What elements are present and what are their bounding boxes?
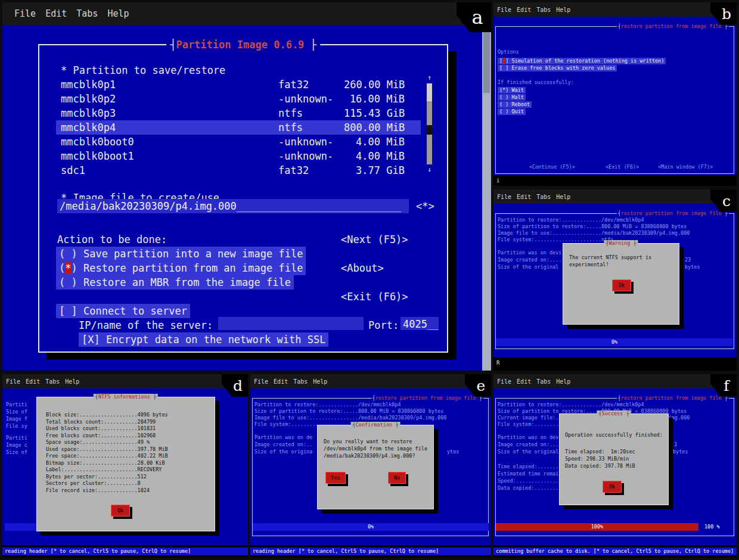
menu-item-tabs[interactable]: Tabs — [536, 7, 551, 13]
ntfs-info-line: Block size:...................4096 bytes — [46, 412, 168, 418]
checkbox-encrypt-ssl[interactable]: [X] Encrypt data on the network with SSL — [79, 332, 328, 347]
info-fragment: Image f — [6, 416, 27, 422]
finished-label: If finished successfully: — [498, 79, 574, 86]
menu-item-edit[interactable]: Edit — [274, 378, 288, 385]
scrollbar-thumb[interactable] — [427, 125, 432, 135]
info-fragment: Image c — [6, 442, 27, 449]
radio-halt[interactable]: ( ) Halt — [498, 94, 526, 101]
menu-item-help[interactable]: Help — [556, 378, 570, 385]
radio-save-partition[interactable]: ( ) Save partition into a new image file — [56, 247, 306, 261]
partition-name: mmcblk0p2 — [61, 92, 278, 106]
menu-bar: File Edit Tabs Help — [493, 374, 737, 388]
options-label: Options — [498, 49, 519, 55]
menu-item-tabs[interactable]: Tabs — [536, 378, 551, 385]
menu-bar: File Edit Tabs Help — [493, 2, 737, 17]
info-fragment: Speed:.............. — [498, 478, 558, 484]
ip-input[interactable] — [218, 317, 364, 330]
panel-f-success-window: File Edit Tabs Help restore partition fr… — [493, 374, 737, 558]
checkbox-simulation[interactable]: [ ] Simulation of the restoration (nothi… — [498, 58, 666, 64]
no-button[interactable]: No — [388, 472, 406, 484]
checkbox-erase-free-blocks[interactable]: [ ] Erase free blocks with zero values — [498, 65, 617, 71]
ntfs-info-line: Bitmap size:..................28.00 KiB — [46, 460, 165, 466]
radio-quit[interactable]: ( ) Quit — [498, 108, 526, 115]
partition-size: 3.77 GiB — [344, 163, 405, 178]
terminal-scrollbar-thumb[interactable] — [483, 27, 490, 93]
menu-item-help[interactable]: Help — [107, 8, 129, 19]
ok-button[interactable]: Ok — [612, 279, 631, 291]
radio-open: ( — [59, 262, 65, 274]
menu-item-file[interactable]: File — [497, 378, 511, 385]
ntfs-dialog-title: NTFS informations — [94, 394, 158, 400]
partition-row[interactable]: mmcblk0boot0 -unknown- 4.00 MiB — [56, 135, 421, 149]
menu-item-tabs[interactable]: Tabs — [536, 194, 551, 200]
restore-options-window: restore partition from image file — [495, 26, 734, 174]
menu-item-tabs[interactable]: Tabs — [45, 378, 60, 385]
ntfs-info-line: Used blocks count:............101831 — [46, 425, 156, 432]
menu-item-help[interactable]: Help — [313, 378, 327, 385]
info-fragment: Data copied:........ — [498, 485, 558, 491]
menu-item-edit[interactable]: Edit — [517, 378, 531, 385]
scroll-up-icon[interactable]: ↑ — [426, 74, 433, 82]
progress-bar: 100% — [496, 523, 698, 531]
menu-item-edit[interactable]: Edit — [517, 7, 531, 13]
menu-item-edit[interactable]: Edit — [26, 378, 40, 385]
menu-item-tabs[interactable]: Tabs — [76, 8, 98, 19]
ntfs-info-line: Total blocks count:...........204799 — [46, 419, 156, 425]
menu-item-edit[interactable]: Edit — [45, 8, 67, 19]
radio-wait[interactable]: (*) Wait — [498, 87, 526, 94]
window-title: restore partition from image file — [617, 210, 729, 217]
menu-item-help[interactable]: Help — [556, 194, 570, 200]
partition-size: 800.00 MiB — [344, 120, 405, 135]
yes-button[interactable]: Yes — [325, 472, 346, 484]
partition-row-selected[interactable]: mmcblk0p4 ntfs 800.00 MiB — [56, 120, 421, 135]
partition-row[interactable]: mmcblk0p3 ntfs 115.43 GiB — [56, 106, 421, 120]
next-button[interactable]: <Next (F5)> — [341, 232, 408, 247]
partition-row[interactable]: mmcblk0boot1 -unknown- 4.00 MiB — [56, 149, 421, 163]
ntfs-info-line: Sectors per cluster:..........8 — [46, 480, 141, 487]
menu-item-file[interactable]: File — [14, 8, 36, 19]
radio-restore-mbr[interactable]: ( ) Restore an MBR from the image file — [56, 275, 294, 290]
radio-selected-mark: * — [65, 262, 71, 274]
checkbox-connect-server[interactable]: [ ] Connect to server — [56, 304, 190, 318]
menu-item-file[interactable]: File — [254, 378, 268, 385]
exit-button[interactable]: <Exit (F6)> — [606, 164, 639, 170]
menu-item-help[interactable]: Help — [65, 378, 79, 385]
menu-bar: File Edit Tabs Help — [250, 374, 491, 388]
ip-label: IP/name of the server: — [79, 318, 213, 332]
info-line: Size of partition to restore:.....800.00… — [254, 408, 443, 415]
continue-button[interactable]: <Continue (F5)> — [529, 164, 575, 170]
browse-star-button[interactable]: <*> — [416, 199, 434, 213]
image-file-input[interactable]: /media/bak20230309/p4.img.000___________… — [57, 199, 409, 213]
partition-row[interactable]: sdc1 fat32 3.77 GiB — [56, 163, 421, 178]
partition-fs: ntfs — [278, 120, 344, 135]
radio-restore-partition[interactable]: (*) Restore partition from an image file — [56, 261, 306, 275]
partition-list-scrollbar[interactable]: ↑ ↓ — [426, 74, 433, 174]
menu-bar: File Edit Tabs Help — [2, 2, 491, 25]
partition-row[interactable]: mmcblk0p1 fat32 260.00 MiB — [56, 77, 421, 92]
menu-item-file[interactable]: File — [6, 378, 20, 385]
main-window-button[interactable]: <Main window (F7)> — [658, 164, 713, 170]
about-button[interactable]: <About> — [341, 261, 384, 275]
partition-fs: -unknown- — [278, 149, 344, 163]
terminal-scrollbar[interactable] — [482, 25, 491, 371]
panel-d-ntfs-info-window: File Edit Tabs Help Partiti Size of Imag… — [2, 374, 248, 558]
menu-item-edit[interactable]: Edit — [517, 194, 531, 200]
menu-item-tabs[interactable]: Tabs — [293, 378, 308, 385]
menu-bar: File Edit Tabs Help — [493, 189, 737, 204]
menu-item-file[interactable]: File — [497, 7, 511, 13]
port-input[interactable]: 4025__ — [400, 317, 439, 330]
partimage-main-dialog: Partition Image 0.6.9 * Partition to sav… — [38, 44, 448, 353]
scroll-down-icon[interactable]: ↓ — [426, 166, 433, 174]
info-fragment: Partition was on devi — [498, 250, 561, 256]
partition-fs: ntfs — [278, 106, 344, 120]
exit-button[interactable]: <Exit (F6)> — [341, 290, 408, 304]
ok-button[interactable]: Ok — [603, 481, 622, 493]
menu-item-file[interactable]: File — [497, 194, 511, 200]
partition-row[interactable]: mmcblk0p2 -unknown- 16.00 MiB — [56, 92, 421, 106]
ok-button[interactable]: Ok — [111, 505, 130, 517]
confirmation-text: Do you really want to restore — [324, 438, 412, 445]
menu-item-help[interactable]: Help — [556, 7, 570, 13]
window-title: restore partition from image file — [371, 395, 483, 402]
scrollbar-track[interactable] — [427, 83, 432, 164]
radio-reboot[interactable]: ( ) Reboot — [498, 101, 532, 108]
